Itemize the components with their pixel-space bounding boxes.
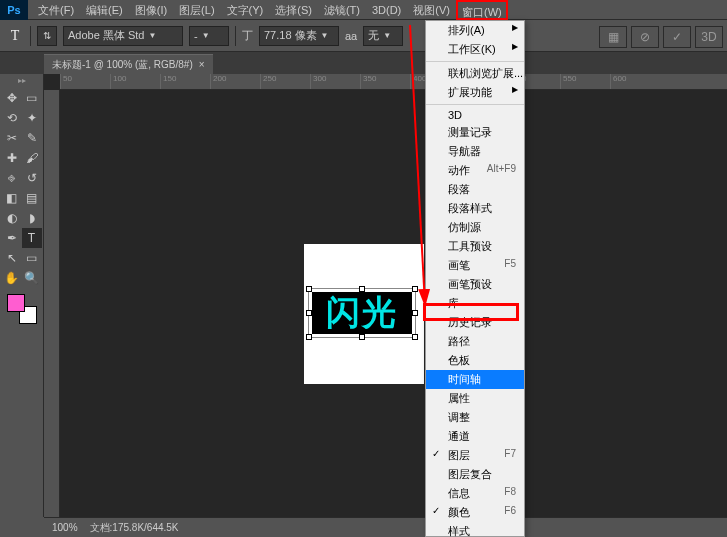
move-tool-icon[interactable]: ✥ bbox=[2, 88, 22, 108]
doc-size: 文档:175.8K/644.5K bbox=[90, 521, 179, 535]
type-orientation-button[interactable]: ⇅ bbox=[37, 26, 57, 46]
stamp-tool-icon[interactable]: ⎆ bbox=[2, 168, 22, 188]
menu-item-颜色[interactable]: 颜色F6 bbox=[426, 503, 524, 522]
aa-label: aa bbox=[345, 30, 357, 42]
menu-item-工作区(K)[interactable]: 工作区(K) bbox=[426, 40, 524, 59]
font-size-select[interactable]: 77.18 像素▼ bbox=[259, 26, 339, 46]
menu-item-库[interactable]: 库 bbox=[426, 294, 524, 313]
antialias-select[interactable]: 无▼ bbox=[363, 26, 403, 46]
window-menu-dropdown: 排列(A)工作区(K)联机浏览扩展...扩展功能3D测量记录导航器动作Alt+F… bbox=[425, 20, 525, 537]
marquee-tool-icon[interactable]: ▭ bbox=[22, 88, 42, 108]
panel-cancel-icon[interactable]: ⊘ bbox=[631, 26, 659, 48]
menu-item-图层复合[interactable]: 图层复合 bbox=[426, 465, 524, 484]
menu-type[interactable]: 文字(Y) bbox=[221, 0, 270, 20]
ruler-vertical bbox=[44, 90, 60, 517]
menu-window[interactable]: 窗口(W) bbox=[456, 0, 508, 20]
gradient-tool-icon[interactable]: ▤ bbox=[22, 188, 42, 208]
menu-3d[interactable]: 3D(D) bbox=[366, 0, 407, 20]
menu-item-动作[interactable]: 动作Alt+F9 bbox=[426, 161, 524, 180]
zoom-tool-icon[interactable]: 🔍 bbox=[22, 268, 42, 288]
crop-tool-icon[interactable]: ✂ bbox=[2, 128, 22, 148]
path-tool-icon[interactable]: ↖ bbox=[2, 248, 22, 268]
menu-item-信息[interactable]: 信息F8 bbox=[426, 484, 524, 503]
menu-file[interactable]: 文件(F) bbox=[32, 0, 80, 20]
wand-tool-icon[interactable]: ✦ bbox=[22, 108, 42, 128]
panel-swatches-icon[interactable]: ▦ bbox=[599, 26, 627, 48]
menu-item-排列(A)[interactable]: 排列(A) bbox=[426, 21, 524, 40]
type-tool-icon: T bbox=[6, 27, 24, 45]
menu-item-3D[interactable]: 3D bbox=[426, 107, 524, 123]
toolbox: ▸▸ ✥ ▭ ⟲ ✦ ✂ ✎ ✚ 🖌 ⎆ ↺ ◧ ▤ ◐ ◗ ✒ T ↖ ▭ ✋… bbox=[0, 74, 44, 517]
menu-image[interactable]: 图像(I) bbox=[129, 0, 173, 20]
menu-item-历史记录[interactable]: 历史记录 bbox=[426, 313, 524, 332]
document-tab[interactable]: 未标题-1 @ 100% (蓝, RGB/8#) × bbox=[44, 54, 213, 74]
tab-title: 未标题-1 @ 100% (蓝, RGB/8#) bbox=[52, 58, 193, 72]
menu-item-调整[interactable]: 调整 bbox=[426, 408, 524, 427]
menu-item-通道[interactable]: 通道 bbox=[426, 427, 524, 446]
menu-view[interactable]: 视图(V) bbox=[407, 0, 456, 20]
lasso-tool-icon[interactable]: ⟲ bbox=[2, 108, 22, 128]
menu-item-属性[interactable]: 属性 bbox=[426, 389, 524, 408]
app-logo: Ps bbox=[0, 0, 28, 20]
brush-tool-icon[interactable]: 🖌 bbox=[22, 148, 42, 168]
text-layer[interactable]: 闪光 bbox=[312, 292, 412, 334]
menu-filter[interactable]: 滤镜(T) bbox=[318, 0, 366, 20]
document-tabs: 未标题-1 @ 100% (蓝, RGB/8#) × bbox=[0, 52, 727, 74]
size-icon: 丁 bbox=[242, 28, 253, 43]
menu-item-画笔预设[interactable]: 画笔预设 bbox=[426, 275, 524, 294]
document-canvas[interactable]: 闪光 bbox=[304, 244, 424, 384]
zoom-level[interactable]: 100% bbox=[52, 522, 78, 533]
heal-tool-icon[interactable]: ✚ bbox=[2, 148, 22, 168]
menu-item-样式[interactable]: 样式 bbox=[426, 522, 524, 537]
right-panel-icons: ▦ ⊘ ✓ 3D bbox=[599, 26, 723, 48]
menu-item-测量记录[interactable]: 测量记录 bbox=[426, 123, 524, 142]
font-family-select[interactable]: Adobe 黑体 Std▼ bbox=[63, 26, 183, 46]
menubar: Ps 文件(F) 编辑(E) 图像(I) 图层(L) 文字(Y) 选择(S) 滤… bbox=[0, 0, 727, 20]
menu-edit[interactable]: 编辑(E) bbox=[80, 0, 129, 20]
blur-tool-icon[interactable]: ◐ bbox=[2, 208, 22, 228]
menu-item-扩展功能[interactable]: 扩展功能 bbox=[426, 83, 524, 102]
font-style-select[interactable]: -▼ bbox=[189, 26, 229, 46]
hand-tool-icon[interactable]: ✋ bbox=[2, 268, 22, 288]
menu-select[interactable]: 选择(S) bbox=[269, 0, 318, 20]
menu-item-画笔[interactable]: 画笔F5 bbox=[426, 256, 524, 275]
menu-item-段落样式[interactable]: 段落样式 bbox=[426, 199, 524, 218]
pen-tool-icon[interactable]: ✒ bbox=[2, 228, 22, 248]
menu-item-图层[interactable]: 图层F7 bbox=[426, 446, 524, 465]
menu-item-路径[interactable]: 路径 bbox=[426, 332, 524, 351]
canvas-area[interactable]: 50100150200250300350400450500550600 闪光 bbox=[44, 74, 727, 517]
menu-item-仿制源[interactable]: 仿制源 bbox=[426, 218, 524, 237]
dodge-tool-icon[interactable]: ◗ bbox=[22, 208, 42, 228]
status-bar: 100% 文档:175.8K/644.5K bbox=[44, 517, 727, 537]
type-tool-icon[interactable]: T bbox=[22, 228, 42, 248]
eyedropper-tool-icon[interactable]: ✎ bbox=[22, 128, 42, 148]
menu-item-色板[interactable]: 色板 bbox=[426, 351, 524, 370]
shape-tool-icon[interactable]: ▭ bbox=[22, 248, 42, 268]
close-icon[interactable]: × bbox=[199, 59, 205, 70]
color-swatch[interactable] bbox=[7, 294, 37, 324]
menu-item-段落[interactable]: 段落 bbox=[426, 180, 524, 199]
fg-color-swatch[interactable] bbox=[7, 294, 25, 312]
toolbox-collapse-icon[interactable]: ▸▸ bbox=[11, 76, 33, 88]
menu-layer[interactable]: 图层(L) bbox=[173, 0, 220, 20]
menu-item-导航器[interactable]: 导航器 bbox=[426, 142, 524, 161]
panel-commit-icon[interactable]: ✓ bbox=[663, 26, 691, 48]
history-brush-icon[interactable]: ↺ bbox=[22, 168, 42, 188]
menu-item-工具预设[interactable]: 工具预设 bbox=[426, 237, 524, 256]
ruler-horizontal: 50100150200250300350400450500550600 bbox=[60, 74, 727, 90]
panel-3d-icon[interactable]: 3D bbox=[695, 26, 723, 48]
menu-item-时间轴[interactable]: 时间轴 bbox=[426, 370, 524, 389]
eraser-tool-icon[interactable]: ◧ bbox=[2, 188, 22, 208]
menu-item-联机浏览扩展...[interactable]: 联机浏览扩展... bbox=[426, 64, 524, 83]
